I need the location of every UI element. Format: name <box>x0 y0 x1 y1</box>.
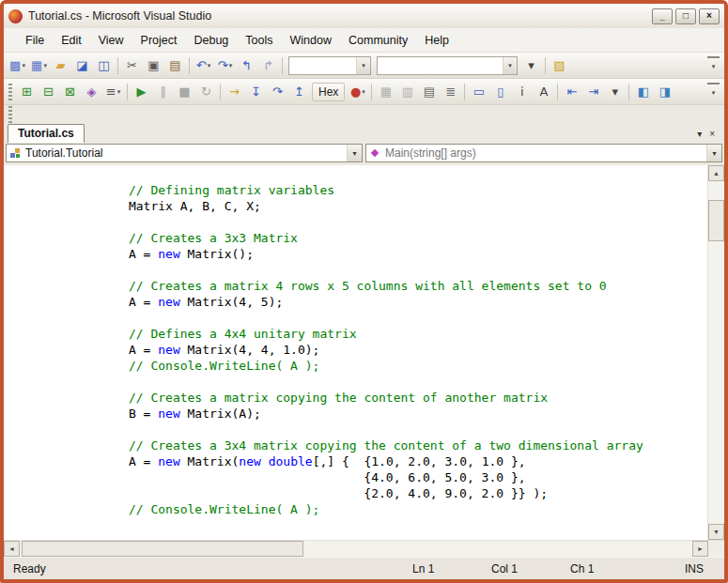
matrix-transpose-icon[interactable]: ⊟ <box>38 82 59 102</box>
class-view-icon[interactable]: ◈ <box>81 82 102 102</box>
redo-icon[interactable]: ↷▾ <box>214 55 236 76</box>
status-character: Ch 1 <box>570 562 649 575</box>
code-line <box>40 262 707 278</box>
close-button[interactable]: × <box>699 8 720 24</box>
help-index-icon[interactable]: ◨ <box>654 82 675 102</box>
parameter-info-icon[interactable]: ▯ <box>489 82 511 102</box>
scroll-right-icon[interactable]: ► <box>692 541 708 557</box>
code-line <box>40 374 707 390</box>
toolbar-grip[interactable] <box>8 84 12 100</box>
scroll-up-icon[interactable]: ▲ <box>708 165 724 181</box>
cut-icon[interactable]: ✂ <box>121 55 143 76</box>
code-line: // Console.WriteLine( A ); <box>40 358 707 374</box>
breakpoints-icon[interactable]: ●▾ <box>347 82 368 102</box>
code-line: B = new Matrix(A); <box>40 406 707 422</box>
new-file-icon[interactable]: ▩▾ <box>7 55 28 76</box>
show-next-statement-icon[interactable]: → <box>224 82 245 102</box>
editor-row: // Defining matrix variables Matrix A, B… <box>4 165 724 540</box>
empty-toolbar <box>4 105 724 124</box>
menu-item-view[interactable]: View <box>90 30 132 51</box>
scroll-left-icon[interactable]: ◄ <box>4 541 20 557</box>
formatting-dropdown-icon[interactable]: ▾ <box>604 82 626 102</box>
menu-item-help[interactable]: Help <box>416 30 457 51</box>
toolbar2-overflow-icon[interactable]: ▾ <box>707 83 720 101</box>
complete-word-icon[interactable]: A <box>533 82 554 102</box>
toolbar-grip[interactable] <box>8 106 12 123</box>
toolbar-separator <box>220 84 221 100</box>
find-dropdown-icon[interactable]: ▾ <box>520 55 542 76</box>
menu-item-file[interactable]: File <box>17 30 53 51</box>
minimize-button[interactable]: _ <box>652 8 673 24</box>
code-area[interactable]: // Defining matrix variables Matrix A, B… <box>4 165 707 540</box>
code-line: // Creates a matrix 4 rows x 5 columns w… <box>40 278 707 294</box>
matrix-new-icon[interactable]: ⊞ <box>16 82 38 102</box>
close-document-icon[interactable]: × <box>709 129 715 139</box>
step-into-icon[interactable]: ↧ <box>245 82 267 102</box>
active-files-dropdown-icon[interactable]: ▾ <box>697 129 702 139</box>
toolbar-separator <box>628 84 629 100</box>
watch-window-icon[interactable]: ▦ <box>375 82 396 102</box>
menu-item-window[interactable]: Window <box>282 30 340 51</box>
code-line: // Creates a 3x4 matrix copying the cont… <box>40 437 707 453</box>
display-member-list-icon[interactable]: ▭ <box>468 82 489 102</box>
horizontal-scroll-track[interactable] <box>20 541 692 557</box>
find-combo[interactable]: ▾ <box>377 56 518 75</box>
undo-icon[interactable]: ↶▾ <box>193 55 214 76</box>
immediate-window-icon[interactable]: ▥ <box>396 82 418 102</box>
increase-indent-icon[interactable]: ⇥ <box>582 82 604 102</box>
copy-icon[interactable]: ▣ <box>143 55 164 76</box>
navigate-forward-icon[interactable]: ↱ <box>257 55 279 76</box>
scroll-down-icon[interactable]: ▼ <box>708 524 724 540</box>
tabstrip-buttons: ▾ × <box>691 129 720 143</box>
hex-toggle[interactable]: Hex <box>312 83 345 101</box>
menu-item-tools[interactable]: Tools <box>237 30 281 51</box>
chevron-down-icon[interactable]: ▾ <box>706 145 721 161</box>
solution-configurations-combo[interactable]: ▾ <box>288 56 371 75</box>
types-dropdown[interactable]: Tutorial.Tutorial ▾ <box>6 144 363 162</box>
save-all-icon[interactable]: ◫ <box>93 55 115 76</box>
code-line: {2.0, 4.0, 9.0, 2.0 }} ); <box>40 485 707 501</box>
break-all-icon[interactable]: ∥ <box>152 82 174 102</box>
chevron-down-icon[interactable]: ▾ <box>347 145 362 161</box>
maximize-button[interactable]: □ <box>675 8 696 24</box>
menu-item-edit[interactable]: Edit <box>53 30 90 51</box>
toolbar-separator <box>282 57 283 74</box>
navigate-backward-icon[interactable]: ↰ <box>236 55 257 76</box>
restart-debug-icon[interactable]: ↻ <box>195 82 217 102</box>
standard-toolbar: ▩▾▦▾▰◪◫✂▣▤↶▾↷▾↰↱▾▾▾▧▾ <box>4 53 724 79</box>
output-window-icon[interactable]: ▤ <box>418 82 440 102</box>
horizontal-scrollbar[interactable]: ◄ ► <box>4 540 724 557</box>
menu-item-community[interactable]: Community <box>340 30 416 51</box>
members-dropdown[interactable]: Main(string[] args) ▾ <box>365 144 722 162</box>
toolbar-overflow-icon[interactable]: ▾ <box>707 56 720 75</box>
vertical-scroll-thumb[interactable] <box>708 200 724 241</box>
open-file-icon[interactable]: ▰ <box>50 55 71 76</box>
help-contents-icon[interactable]: ◧ <box>632 82 654 102</box>
toolbar-separator <box>117 57 118 74</box>
matrix-inverse-icon[interactable]: ⊠ <box>59 82 81 102</box>
horizontal-scroll-thumb[interactable] <box>22 541 303 557</box>
member-list-icon[interactable]: ≡▾ <box>102 82 124 102</box>
menu-item-project[interactable]: Project <box>132 30 186 51</box>
chevron-down-icon[interactable]: ▾ <box>356 57 370 74</box>
save-icon[interactable]: ◪ <box>71 55 93 76</box>
title-bar[interactable]: Tutorial.cs - Microsoft Visual Studio _ … <box>4 4 724 28</box>
decrease-indent-icon[interactable]: ⇤ <box>561 82 582 102</box>
menu-bar: FileEditViewProjectDebugToolsWindowCommu… <box>4 28 724 53</box>
tab-tutorial-cs[interactable]: Tutorial.cs <box>8 124 85 143</box>
command-window-icon[interactable]: ≣ <box>440 82 461 102</box>
solution-explorer-icon[interactable]: ▧ <box>549 55 570 76</box>
chevron-down-icon[interactable]: ▾ <box>503 57 517 74</box>
step-over-icon[interactable]: ↷ <box>267 82 288 102</box>
step-out-icon[interactable]: ↥ <box>288 82 310 102</box>
paste-icon[interactable]: ▤ <box>164 55 186 76</box>
quick-info-icon[interactable]: i <box>511 82 533 102</box>
vertical-scrollbar[interactable]: ▲ ▼ <box>707 165 724 540</box>
vertical-scroll-track[interactable] <box>708 181 724 524</box>
stop-debug-icon[interactable]: ■ <box>174 82 195 102</box>
status-column: Col 1 <box>491 562 570 575</box>
start-debug-icon[interactable]: ▶ <box>131 82 152 102</box>
add-item-icon[interactable]: ▦▾ <box>28 55 50 76</box>
menu-item-debug[interactable]: Debug <box>185 30 237 51</box>
code-line <box>40 310 707 326</box>
